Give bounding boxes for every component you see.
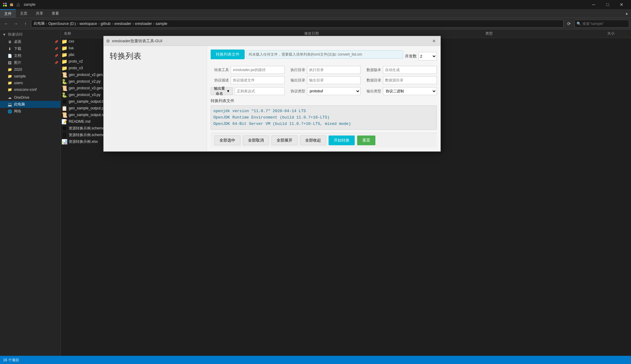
- outputdir-input[interactable]: [307, 76, 361, 84]
- col-header-type[interactable]: 类型: [484, 31, 605, 36]
- sidebar-item-desktop[interactable]: 🖥 桌面 📌: [0, 38, 60, 45]
- reset-button[interactable]: 重置: [357, 136, 375, 145]
- svg-rect-3: [5, 5, 7, 6]
- desktop-icon: 🖥: [7, 39, 12, 44]
- deselect-all-button[interactable]: 全部取消: [243, 136, 269, 145]
- config-row-outputtype: 输出类型 协议二进制 协议文本 Json Lua Javascript: [363, 87, 437, 95]
- collapse-all-button[interactable]: 全部收起: [300, 136, 326, 145]
- file-icon: 📁: [62, 66, 67, 70]
- file-icon: ⚙: [62, 99, 67, 104]
- dialog-body: 转换列表 转换列表文件 尚未载入任何文件，需要载入清单列表的xml文件(比如: …: [104, 46, 440, 151]
- file-icon: 📁: [62, 39, 67, 44]
- window-icon-3: [16, 2, 21, 7]
- window-icon-1: [2, 2, 7, 7]
- sidebar-item-thispc[interactable]: 💻 此电脑: [0, 101, 60, 108]
- tab-view[interactable]: 查看: [47, 9, 63, 18]
- sidebar-downloads-label: 下载: [14, 46, 21, 51]
- sidebar: ▼ 快速访问 🖥 桌面 📌 ⬇ 下载 📌 📄 文档 📌 🖼 图片 �: [0, 29, 61, 356]
- documents-icon: 📄: [7, 53, 12, 58]
- file-icon: ⚙: [62, 126, 67, 131]
- file-icon: 📁: [62, 52, 67, 57]
- breadcrumb-xresloader2: xresloader: [135, 22, 152, 26]
- breadcrumb-xresloader1: xresloader: [114, 22, 131, 26]
- svg-rect-1: [5, 3, 7, 4]
- sidebar-quick-access-header[interactable]: ▼ 快速访问: [0, 31, 60, 38]
- output-rename-button[interactable]: 输出重命名 ▼: [211, 87, 233, 95]
- select-all-button[interactable]: 全部选中: [214, 136, 240, 145]
- statusbar-count: 16 个项目: [3, 358, 19, 363]
- sidebar-item-pictures[interactable]: 🖼 图片 📌: [0, 59, 60, 66]
- tool-input[interactable]: [231, 66, 284, 74]
- breadcrumb-drive: OpenSource (D:): [48, 22, 76, 26]
- ribbon-chevron[interactable]: ▲: [622, 9, 631, 18]
- sidebar-item-2020[interactable]: 📁 2020: [0, 66, 60, 73]
- file-icon: 📜: [62, 72, 67, 77]
- refresh-button[interactable]: ⟳: [565, 19, 573, 28]
- concurrency-select[interactable]: 2134: [419, 52, 437, 60]
- search-input[interactable]: [582, 22, 628, 26]
- col-header-name[interactable]: 名称: [62, 31, 302, 36]
- outputdir-label: 输出目录: [287, 78, 305, 83]
- window-title: sample: [24, 2, 585, 7]
- dataversion-input[interactable]: [383, 66, 437, 74]
- sidebar-documents-label: 文档: [14, 53, 21, 58]
- protodesc-label: 协议描述: [211, 78, 229, 83]
- window-titlebar: sample ─ □ ✕: [0, 0, 631, 9]
- tab-convert-list-file[interactable]: 转换列表文件: [211, 50, 245, 59]
- minimize-button[interactable]: ─: [587, 0, 601, 9]
- breadcrumb[interactable]: 此电脑 › OpenSource (D:) › workspace › gith…: [31, 20, 564, 28]
- sidebar-item-downloads[interactable]: ⬇ 下载 📌: [0, 45, 60, 52]
- tab-share[interactable]: 共享: [32, 9, 47, 18]
- file-icon: 📊: [62, 139, 67, 144]
- log-line: OpenJDK Runtime Environment (build 11.0.…: [213, 115, 434, 121]
- datadir-input[interactable]: [383, 76, 437, 84]
- sidebar-item-users[interactable]: 📁 users: [0, 80, 60, 86]
- sidebar-onedrive-label: OneDrive: [14, 95, 29, 100]
- file-icon: 🐍: [62, 92, 67, 97]
- execdir-input[interactable]: [307, 66, 361, 74]
- sidebar-item-sample[interactable]: 📁 sample: [0, 73, 60, 80]
- sidebar-quick-access-label: 快速访问: [8, 32, 22, 37]
- dialog: ⚙ xresloader批量转表工具-GUI ✕ 转换列表 转换列表文件 尚未载…: [103, 36, 441, 152]
- protodesc-input[interactable]: [231, 76, 284, 84]
- output-type-select[interactable]: 协议二进制 协议文本 Json Lua Javascript: [383, 87, 437, 95]
- protocol-type-select[interactable]: protobuf json lua javascript: [307, 87, 361, 95]
- expand-all-button[interactable]: 全部展开: [271, 136, 298, 145]
- tab-home[interactable]: 主页: [16, 9, 32, 18]
- concurrency-area: 并发数 2134: [405, 52, 437, 60]
- convert-list-area: openjdk version "11.0.7" 2020-04-14 LTSO…: [211, 105, 437, 130]
- sidebar-item-network[interactable]: 🌐 网络: [0, 108, 60, 115]
- output-rename-label: 输出重命名: [213, 86, 226, 96]
- back-button[interactable]: ←: [2, 19, 10, 28]
- search-box[interactable]: 🔍: [574, 20, 629, 28]
- network-icon: 🌐: [7, 109, 12, 114]
- dialog-main-title: 转换列表: [110, 51, 201, 61]
- svg-rect-2: [3, 5, 5, 6]
- pin-icon: 📌: [54, 40, 58, 43]
- folder-xresconv-icon: 📁: [7, 87, 12, 92]
- dialog-close-button[interactable]: ✕: [430, 38, 438, 44]
- convert-list-label: 转换列表文件: [211, 98, 437, 104]
- config-row-dataversion: 数据版本: [363, 66, 437, 74]
- datadir-label: 数据目录: [363, 78, 381, 83]
- config-row-execdir: 执行目录: [287, 66, 361, 74]
- close-button[interactable]: ✕: [615, 0, 629, 9]
- sidebar-item-xresconv[interactable]: 📁 xresconv-conf: [0, 86, 60, 93]
- forward-button[interactable]: →: [12, 19, 20, 28]
- tab-file[interactable]: 文件: [0, 9, 16, 18]
- output-rename-input[interactable]: [235, 87, 284, 95]
- sidebar-item-documents[interactable]: 📄 文档 📌: [0, 52, 60, 59]
- col-header-date[interactable]: 修改日期: [302, 31, 484, 36]
- start-convert-button[interactable]: 开始转换: [329, 136, 355, 145]
- sidebar-network-label: 网络: [14, 109, 21, 114]
- col-header-size[interactable]: 大小: [605, 31, 630, 36]
- file-icon: 📋: [62, 106, 67, 111]
- dialog-tabs: 转换列表文件: [211, 50, 245, 59]
- maximize-button[interactable]: □: [601, 0, 615, 9]
- up-button[interactable]: ↑: [21, 19, 30, 28]
- file-icon: {}: [62, 132, 67, 137]
- folder-2020-icon: 📁: [7, 67, 12, 72]
- config-row-protodesc: 协议描述: [211, 76, 284, 84]
- dialog-footer: 全部选中 全部取消 全部展开 全部收起 开始转换 重置: [211, 133, 437, 148]
- sidebar-item-onedrive[interactable]: ☁ OneDrive: [0, 94, 60, 101]
